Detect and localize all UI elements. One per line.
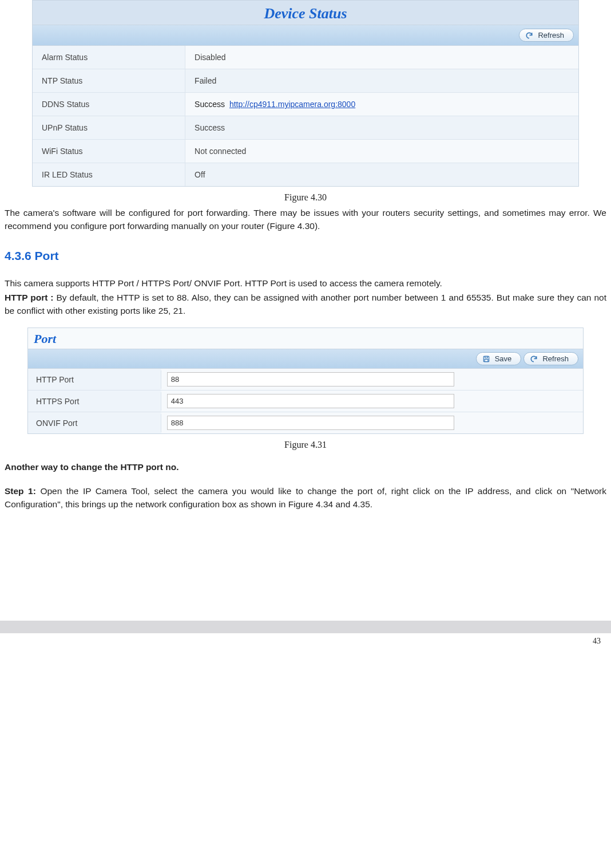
- row-value: Not connected: [185, 140, 578, 163]
- table-row: UPnP Status Success: [33, 116, 578, 140]
- device-status-title: Device Status: [264, 5, 347, 22]
- save-button-label: Save: [495, 354, 512, 363]
- refresh-button[interactable]: Refresh: [523, 352, 578, 365]
- page-footer: [0, 621, 611, 633]
- table-row: IR LED Status Off: [33, 163, 578, 186]
- paragraph-bold: Another way to change the HTTP port no.: [5, 460, 606, 474]
- http-port-label: HTTP port :: [5, 293, 54, 302]
- figure-caption-430: Figure 4.30: [5, 192, 606, 203]
- row-label: Alarm Status: [33, 46, 185, 69]
- device-status-body: Alarm Status Disabled NTP Status Failed …: [33, 46, 578, 186]
- row-value: [161, 412, 583, 433]
- section-heading-436: 4.3.6 Port: [5, 249, 606, 263]
- refresh-icon: [525, 31, 533, 40]
- refresh-button-label: Refresh: [538, 31, 564, 40]
- onvif-port-input[interactable]: [167, 416, 454, 430]
- step1-desc: Open the IP Camera Tool, select the came…: [5, 486, 606, 509]
- figure-caption-431: Figure 4.31: [5, 440, 606, 450]
- svg-rect-2: [485, 359, 488, 361]
- row-label: UPnP Status: [33, 116, 185, 139]
- port-panel: Port Save Refresh HTTP Port: [27, 328, 584, 434]
- port-panel-body: HTTP Port HTTPS Port ONVIF Port: [28, 369, 583, 433]
- table-row: WiFi Status Not connected: [33, 140, 578, 163]
- row-value: [161, 390, 583, 412]
- row-label: DDNS Status: [33, 93, 185, 116]
- device-status-panel: Device Status Refresh Alarm Status Disab…: [32, 0, 579, 187]
- svg-rect-1: [485, 356, 487, 358]
- row-value: [161, 369, 583, 390]
- http-port-desc: By default, the HTTP is set to 88. Also,…: [5, 293, 606, 315]
- table-row: DDNS Status Success http://cp4911.myipca…: [33, 93, 578, 116]
- refresh-icon: [530, 355, 538, 363]
- refresh-button-label: Refresh: [542, 354, 569, 363]
- port-panel-title: Port: [28, 328, 583, 349]
- row-value: Success: [185, 116, 578, 139]
- step1-label: Step 1:: [5, 486, 36, 496]
- table-row: NTP Status Failed: [33, 69, 578, 93]
- device-status-header: Device Status: [33, 1, 578, 25]
- ddns-link[interactable]: http://cp4911.myipcamera.org:8000: [229, 100, 355, 109]
- table-row: Alarm Status Disabled: [33, 46, 578, 69]
- paragraph: The camera's software will be configured…: [5, 206, 606, 233]
- table-row: ONVIF Port: [28, 412, 583, 433]
- row-label: HTTPS Port: [28, 392, 161, 411]
- page-number: 43: [0, 633, 611, 646]
- row-label: WiFi Status: [33, 140, 185, 163]
- save-icon: [482, 355, 490, 363]
- row-value: Failed: [185, 69, 578, 92]
- row-label: HTTP Port: [28, 370, 161, 389]
- table-row: HTTP Port: [28, 369, 583, 390]
- paragraph: Step 1: Open the IP Camera Tool, select …: [5, 484, 606, 511]
- ddns-success-text: Success: [195, 100, 225, 109]
- table-row: HTTPS Port: [28, 390, 583, 412]
- port-panel-toolbar: Save Refresh: [28, 349, 583, 369]
- paragraph: This camera supports HTTP Port / HTTPS P…: [5, 277, 606, 290]
- save-button[interactable]: Save: [476, 352, 522, 365]
- row-label: NTP Status: [33, 69, 185, 92]
- paragraph: HTTP port : By default, the HTTP is set …: [5, 291, 606, 318]
- device-status-toolbar: Refresh: [33, 25, 578, 46]
- row-value: Success http://cp4911.myipcamera.org:800…: [185, 93, 578, 116]
- row-value: Off: [185, 163, 578, 186]
- row-label: IR LED Status: [33, 163, 185, 186]
- row-label: ONVIF Port: [28, 414, 161, 432]
- refresh-button[interactable]: Refresh: [519, 29, 574, 42]
- row-value: Disabled: [185, 46, 578, 69]
- https-port-input[interactable]: [167, 394, 454, 408]
- http-port-input[interactable]: [167, 372, 454, 386]
